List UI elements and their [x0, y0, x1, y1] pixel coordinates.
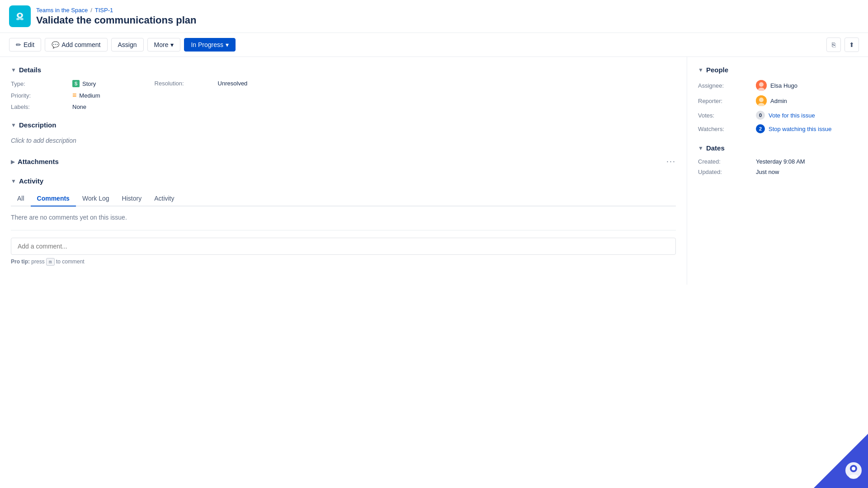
pro-tip-prefix: Pro tip: [11, 258, 30, 265]
details-section-header[interactable]: ▼ Details [11, 66, 676, 74]
top-bar: Teams in the Space / TISP-1 Validate the… [0, 0, 868, 33]
project-logo[interactable] [9, 5, 31, 27]
votes-count-badge: 0 [756, 111, 765, 120]
updated-value: Just now [756, 169, 857, 175]
breadcrumb-separator: / [90, 7, 92, 14]
watchers-label: Watchers: [698, 126, 752, 132]
reporter-avatar [756, 95, 767, 106]
type-text: Story [82, 80, 96, 87]
people-chevron-icon: ▼ [698, 67, 703, 73]
dates-section: ▼ Dates Created: Yesterday 9:08 AM Updat… [698, 144, 857, 175]
details-section-title: Details [19, 66, 41, 74]
details-right-grid: Resolution: Unresolved [155, 80, 248, 110]
add-comment-label: Add comment [61, 41, 100, 48]
svg-point-6 [759, 82, 764, 87]
story-icon: S [72, 80, 80, 87]
tab-activity[interactable]: Activity [148, 191, 180, 206]
watchers-row: Watchers: 2 Stop watching this issue [698, 124, 857, 133]
activity-section-title: Activity [19, 177, 43, 185]
status-chevron-icon: ▾ [226, 41, 229, 48]
details-left-grid: Type: S Story Priority: ≡ Medium Labels:… [11, 80, 100, 110]
attachments-header: ▶ Attachments ··· [11, 157, 676, 166]
reporter-name: Admin [770, 98, 787, 104]
edit-icon: ✏ [16, 41, 21, 48]
priority-text: Medium [79, 92, 100, 99]
vote-link[interactable]: Vote for this issue [769, 112, 815, 119]
assign-button[interactable]: Assign [111, 38, 144, 52]
page-title: Validate the communications plan [36, 14, 197, 26]
tab-all[interactable]: All [11, 191, 31, 206]
tab-worklog[interactable]: Work Log [76, 191, 116, 206]
activity-tabs: All Comments Work Log History Activity [11, 191, 676, 206]
reporter-label: Reporter: [698, 98, 752, 104]
attachments-chevron-icon: ▶ [11, 159, 15, 165]
assignee-name: Elsa Hugo [770, 82, 797, 89]
description-placeholder[interactable]: Click to add description [11, 135, 676, 146]
toolbar-right: ⎘ ⬆ [826, 38, 859, 52]
labels-text: None [72, 103, 86, 110]
watchers-count-badge: 2 [756, 124, 765, 133]
labels-value: None [72, 103, 100, 110]
comment-divider [11, 230, 676, 230]
dates-section-header[interactable]: ▼ Dates [698, 144, 857, 152]
main-content: ▼ Details Type: S Story Priority: ≡ Medi… [0, 57, 868, 285]
add-comment-button[interactable]: 💬 Add comment [45, 38, 107, 52]
no-comments-text: There are no comments yet on this issue. [11, 214, 676, 221]
details-section: ▼ Details Type: S Story Priority: ≡ Medi… [11, 66, 676, 110]
more-label: More [154, 41, 169, 48]
share-button[interactable]: ⎘ [826, 38, 841, 52]
priority-value: ≡ Medium [72, 92, 100, 99]
more-button[interactable]: More ▾ [147, 38, 181, 52]
comment-input-wrap: Pro tip: press m to comment [11, 238, 676, 265]
status-button[interactable]: In Progress ▾ [184, 38, 236, 52]
activity-chevron-icon: ▼ [11, 178, 16, 184]
pro-tip-suffix: to comment [56, 258, 85, 265]
tab-history[interactable]: History [116, 191, 148, 206]
details-chevron-icon: ▼ [11, 67, 16, 73]
right-panel: ▼ People Assignee: Elsa Hugo [687, 57, 868, 285]
updated-label: Updated: [698, 169, 752, 175]
dates-chevron-icon: ▼ [698, 145, 703, 151]
share-icon: ⎘ [832, 41, 835, 48]
reporter-row: Reporter: Admin [698, 95, 857, 106]
attachments-section-header[interactable]: ▶ Attachments [11, 158, 59, 165]
description-section: ▼ Description Click to add description [11, 121, 676, 146]
assign-label: Assign [118, 41, 137, 48]
created-value: Yesterday 9:08 AM [756, 158, 857, 165]
tab-comments[interactable]: Comments [31, 191, 76, 206]
created-label: Created: [698, 158, 752, 165]
assignee-avatar [756, 80, 767, 91]
toolbar: ✏ Edit 💬 Add comment Assign More ▾ In Pr… [0, 33, 868, 57]
breadcrumb-issue-id[interactable]: TISP-1 [95, 7, 113, 14]
activity-section: ▼ Activity All Comments Work Log History… [11, 177, 676, 265]
labels-label: Labels: [11, 103, 65, 110]
status-label: In Progress [191, 41, 223, 48]
description-chevron-icon: ▼ [11, 122, 16, 128]
pro-tip-key: m [46, 258, 55, 266]
export-button[interactable]: ⬆ [844, 38, 859, 52]
chevron-down-icon: ▾ [170, 41, 174, 48]
attachments-more-button[interactable]: ··· [666, 157, 676, 166]
resolution-label: Resolution: [155, 80, 213, 87]
type-label: Type: [11, 80, 65, 87]
activity-section-header[interactable]: ▼ Activity [11, 177, 676, 185]
attachments-section-title: Attachments [18, 158, 59, 165]
edit-label: Edit [24, 41, 34, 48]
description-section-header[interactable]: ▼ Description [11, 121, 676, 129]
watch-link[interactable]: Stop watching this issue [769, 126, 831, 132]
edit-button[interactable]: ✏ Edit [9, 38, 41, 52]
updated-row: Updated: Just now [698, 169, 857, 175]
comment-input[interactable] [11, 238, 676, 255]
priority-icon: ≡ [72, 92, 76, 99]
resolution-value: Unresolved [218, 80, 248, 87]
breadcrumb-project[interactable]: Teams in the Space [36, 7, 88, 14]
svg-point-9 [759, 98, 764, 102]
votes-label: Votes: [698, 112, 752, 119]
priority-label: Priority: [11, 92, 65, 99]
people-section: ▼ People Assignee: Elsa Hugo [698, 66, 857, 133]
people-section-title: People [706, 66, 728, 74]
people-section-header[interactable]: ▼ People [698, 66, 857, 74]
breadcrumb: Teams in the Space / TISP-1 [36, 7, 197, 14]
attachments-section: ▶ Attachments ··· [11, 157, 676, 166]
reporter-value: Admin [756, 95, 857, 106]
